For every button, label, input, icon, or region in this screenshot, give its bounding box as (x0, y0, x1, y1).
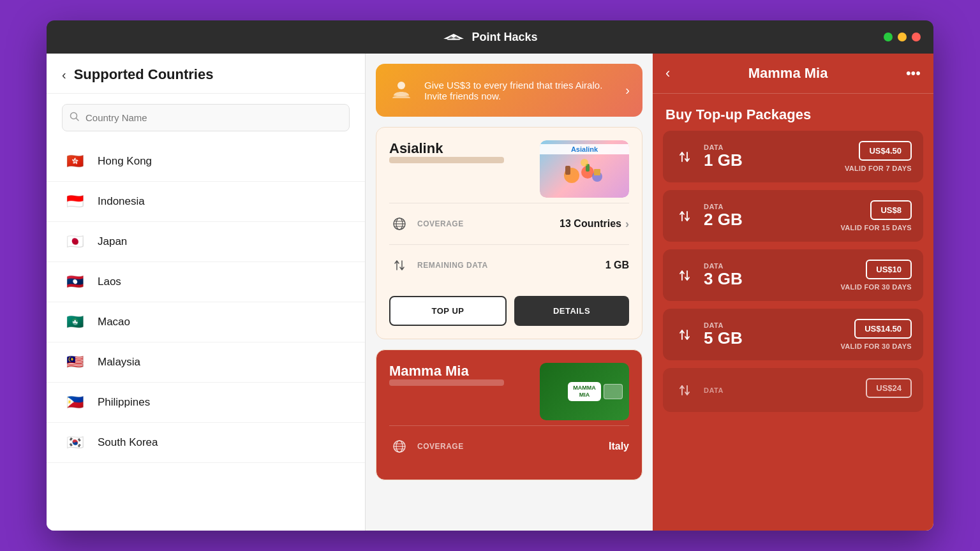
right-more-button[interactable]: ••• (906, 65, 921, 82)
asialink-name: Asialink (389, 140, 504, 157)
asialink-data-row: REMAINING DATA 1 GB (389, 244, 629, 286)
country-name-hong-kong: Hong Kong (98, 155, 152, 168)
country-name-macao: Macao (98, 316, 130, 328)
coverage-value: 13 Countries › (560, 217, 629, 231)
coverage-label: COVERAGE (417, 219, 464, 228)
data-icon-pkg-5gb (674, 325, 695, 345)
package-validity-pkg-3gb: VALID FOR 30 Days (841, 283, 912, 291)
traffic-light-red[interactable] (912, 33, 921, 41)
mamma-mia-card-header: Mamma Mia MAMMAMIA (389, 363, 629, 420)
asialink-coverage-row[interactable]: COVERAGE 13 Countries › (389, 203, 629, 244)
right-back-button[interactable]: ‹ (665, 65, 670, 82)
package-card-pkg-1gb[interactable]: DATA 1 GB US$4.50 VALID FOR 7 Days (663, 131, 923, 182)
country-name-south-korea: South Korea (98, 436, 158, 449)
package-info-pkg-1gb: DATA 1 GB (704, 143, 845, 170)
right-panel: ‹ Mamma Mia ••• Buy Top-up Packages DATA… (653, 54, 933, 531)
invite-chevron: › (625, 83, 630, 98)
mamma-mia-image: MAMMAMIA (540, 363, 629, 420)
topup-button[interactable]: TOP UP (389, 296, 507, 326)
packages-list: DATA 1 GB US$4.50 VALID FOR 7 Days DATA … (653, 131, 933, 531)
flag-philippines: 🇵🇭 (62, 393, 87, 412)
invite-icon (389, 75, 414, 105)
country-item-south-korea[interactable]: 🇰🇷 South Korea (47, 423, 365, 463)
package-price-pkg-3gb[interactable]: US$10 (866, 260, 912, 279)
traffic-light-green[interactable] (884, 33, 893, 41)
package-label-pkg-last: DATA (704, 386, 866, 394)
sidebar-title: Supported Countries (74, 66, 214, 83)
svg-rect-10 (594, 169, 600, 175)
country-item-japan[interactable]: 🇯🇵 Japan (47, 222, 365, 262)
country-item-indonesia[interactable]: 🇮🇩 Indonesia (47, 182, 365, 222)
package-right-pkg-3gb: US$10 VALID FOR 30 Days (841, 260, 912, 291)
flag-malaysia: 🇲🇾 (62, 353, 87, 372)
mamma-mia-coverage-value: Italy (609, 441, 629, 452)
package-size-pkg-5gb: 5 GB (704, 329, 841, 348)
data-icon-pkg-3gb (674, 265, 695, 286)
package-validity-pkg-5gb: VALID FOR 30 Days (841, 342, 912, 350)
traffic-light-yellow[interactable] (898, 33, 907, 41)
mamma-mia-info: Mamma Mia (389, 363, 504, 399)
back-button[interactable]: ‹ (62, 68, 66, 82)
title-bar: Point Hacks (47, 20, 933, 54)
package-info-pkg-last: DATA (704, 386, 866, 394)
invite-banner[interactable]: Give US$3 to every friend that tries Air… (376, 64, 642, 117)
flag-laos: 🇱🇦 (62, 272, 87, 291)
package-right-pkg-2gb: US$8 VALID FOR 15 Days (841, 200, 912, 231)
svg-rect-8 (565, 166, 570, 175)
package-info-pkg-5gb: DATA 5 GB (704, 321, 841, 348)
mamma-mia-iccid (389, 379, 504, 386)
package-size-pkg-2gb: 2 GB (704, 210, 841, 229)
remaining-label: REMAINING DATA (417, 261, 488, 270)
package-validity-pkg-1gb: VALID FOR 7 Days (845, 165, 912, 172)
search-icon (70, 112, 80, 124)
package-card-pkg-5gb[interactable]: DATA 5 GB US$14.50 VALID FOR 30 Days (663, 309, 923, 360)
search-input[interactable] (62, 104, 350, 131)
mamma-mia-coverage-label: COVERAGE (417, 442, 464, 451)
svg-line-3 (77, 118, 79, 121)
country-item-laos[interactable]: 🇱🇦 Laos (47, 262, 365, 302)
main-content: ‹ Supported Countries 🇭🇰 Hong Kong 🇮🇩 In… (47, 54, 933, 531)
package-size-pkg-3gb: 3 GB (704, 270, 841, 288)
details-button[interactable]: DETAILS (514, 296, 629, 326)
flag-south-korea: 🇰🇷 (62, 433, 87, 452)
data-arrows-icon (389, 255, 410, 276)
package-right-pkg-last: US$24 (866, 378, 912, 402)
package-price-pkg-5gb[interactable]: US$14.50 (854, 319, 912, 339)
country-item-macao[interactable]: 🇲🇴 Macao (47, 302, 365, 342)
asialink-info: Asialink (389, 140, 504, 176)
title-bar-content: Point Hacks (442, 31, 537, 44)
country-item-hong-kong[interactable]: 🇭🇰 Hong Kong (47, 142, 365, 182)
mamma-mia-coverage-row[interactable]: COVERAGE Italy (389, 425, 629, 467)
country-name-laos: Laos (98, 276, 121, 288)
package-price-pkg-2gb[interactable]: US$8 (870, 200, 912, 220)
flag-indonesia: 🇮🇩 (62, 192, 87, 211)
search-box (62, 104, 350, 131)
globe-icon (389, 214, 410, 234)
data-icon-pkg-last (674, 380, 695, 400)
package-card-pkg-2gb[interactable]: DATA 2 GB US$8 VALID FOR 15 Days (663, 190, 923, 242)
country-list: 🇭🇰 Hong Kong 🇮🇩 Indonesia 🇯🇵 Japan 🇱🇦 La… (47, 142, 365, 531)
svg-rect-1 (447, 39, 460, 40)
asialink-buttons: TOP UP DETAILS (389, 296, 629, 326)
asialink-image: Asialink (540, 140, 629, 198)
package-price-pkg-1gb[interactable]: US$4.50 (859, 141, 912, 161)
asialink-iccid (389, 157, 504, 163)
country-item-philippines[interactable]: 🇵🇭 Philippines (47, 383, 365, 423)
country-name-philippines: Philippines (98, 396, 150, 409)
asialink-card-header: Asialink Asialink (389, 140, 629, 198)
package-card-pkg-3gb[interactable]: DATA 3 GB US$10 VALID FOR 30 Days (663, 249, 923, 301)
package-price-pkg-last[interactable]: US$24 (866, 378, 912, 398)
package-info-pkg-2gb: DATA 2 GB (704, 203, 841, 229)
remaining-value: 1 GB (605, 260, 629, 271)
buy-topup-title: Buy Top-up Packages (653, 94, 933, 131)
middle-panel: Give US$3 to every friend that tries Air… (366, 54, 653, 531)
data-icon-pkg-2gb (674, 206, 695, 226)
right-header: ‹ Mamma Mia ••• (653, 54, 933, 94)
sidebar-header: ‹ Supported Countries (47, 54, 365, 94)
package-card-pkg-last[interactable]: DATA US$24 (663, 368, 923, 412)
package-validity-pkg-2gb: VALID FOR 15 Days (841, 224, 912, 231)
country-item-malaysia[interactable]: 🇲🇾 Malaysia (47, 342, 365, 383)
mamma-mia-name: Mamma Mia (389, 363, 504, 379)
country-name-indonesia: Indonesia (98, 195, 145, 208)
package-right-pkg-1gb: US$4.50 VALID FOR 7 Days (845, 141, 912, 172)
